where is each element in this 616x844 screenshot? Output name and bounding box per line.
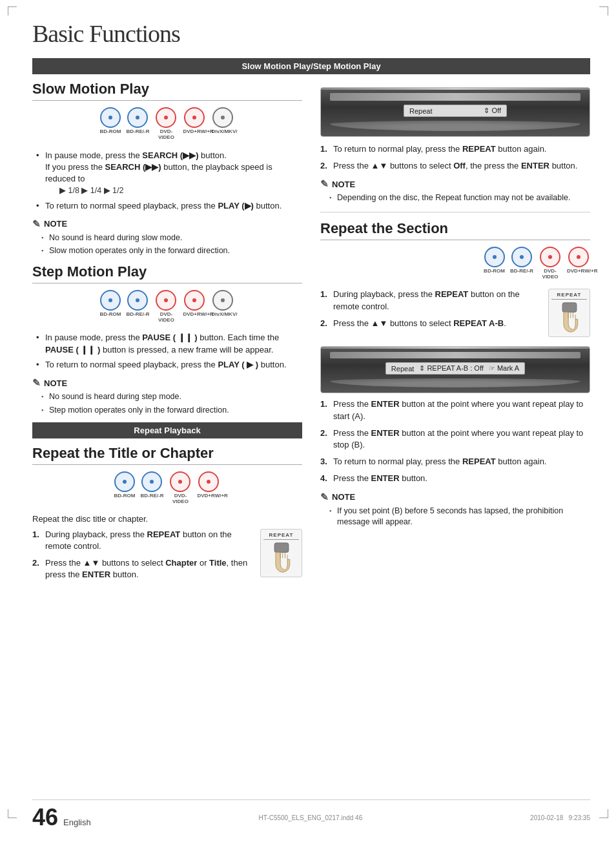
list-item: To return to normal speed playback, pres… xyxy=(36,359,302,371)
page-number-block: 46 English xyxy=(32,804,91,831)
disc-label: DVD-VIDEO xyxy=(539,269,562,280)
disc-icon-bdrom-rs: BD-ROM xyxy=(484,247,505,280)
disc-icon-dvdplusrw-step: DVD+RW/+R xyxy=(183,290,206,324)
repeat-section-steps-container: REPEAT During playba xyxy=(320,289,590,341)
disc-label: DivX/MKV/ xyxy=(211,312,234,318)
page-number: 46 xyxy=(32,804,58,831)
note-header: ✎ NOTE xyxy=(32,377,302,389)
disc-icon-dvdplusrw-rs: DVD+RW/+R xyxy=(567,247,590,280)
list-item: No sound is heard during step mode. xyxy=(41,391,302,403)
disc-icon-bdre-repeat: BD-RE/-R xyxy=(140,471,163,505)
disc-circle xyxy=(127,290,148,311)
ab-label-mark-a: ☞ Mark A xyxy=(489,364,519,373)
list-item: Press the ▲▼ buttons to select Off, the … xyxy=(320,160,590,172)
note-list: No sound is heard during slow mode. Slow… xyxy=(32,232,302,257)
step-motion-section: Step Motion Play BD-ROM BD-RE/-R DVD-VID… xyxy=(32,263,302,416)
disc-icon-divx-step: DivX/MKV/ xyxy=(211,290,234,324)
corner-mark-bl xyxy=(8,809,17,818)
note-icon: ✎ xyxy=(32,218,41,230)
corner-mark-br xyxy=(599,809,608,818)
disc-circle xyxy=(100,290,121,311)
note-label: NOTE xyxy=(44,219,67,229)
corner-mark-tl xyxy=(8,6,17,15)
disc-label: BD-RE/-R xyxy=(126,312,149,318)
page-language: English xyxy=(63,818,91,827)
repeat-title-note: ✎ NOTE Depending on the disc, the Repeat… xyxy=(320,178,590,204)
note-list: No sound is heard during step mode. Step… xyxy=(32,391,302,416)
list-item: During playback, press the REPEAT button… xyxy=(32,529,302,552)
disc-label: BD-ROM xyxy=(484,269,505,274)
disc-icon-dvdplusrw-slow: DVD+RW/+R xyxy=(183,107,206,141)
disc-label: DivX/MKV/ xyxy=(211,129,234,135)
disc-circle xyxy=(127,107,148,128)
slow-motion-bullets: In pause mode, press the SEARCH (▶▶) but… xyxy=(32,150,302,212)
list-item: To return to normal speed playback, pres… xyxy=(36,200,302,212)
disc-icon-dvdvid-rs: DVD-VIDEO xyxy=(539,247,562,280)
note-icon: ✎ xyxy=(32,377,41,389)
disc-label: DVD+RW/+R xyxy=(183,312,206,318)
screen-display-repeat-off: Repeat ⇕ Off xyxy=(404,105,507,117)
list-item: Press the ENTER button. xyxy=(320,473,590,484)
disc-circle xyxy=(100,107,121,128)
repeat-section-steps-3-6: Press the ENTER button at the point wher… xyxy=(320,398,590,484)
list-item: Press the ENTER button at the point wher… xyxy=(320,427,590,451)
list-item: Press the ENTER button at the point wher… xyxy=(320,398,590,422)
page-title: Basic Functions xyxy=(32,19,590,48)
disc-label: BD-RE/-R xyxy=(126,129,149,135)
left-column: Slow Motion Play BD-ROM BD-RE/-R DVD-VID… xyxy=(32,81,302,592)
disc-icon-bdre-slow: BD-RE/-R xyxy=(126,107,149,141)
repeat-title-chapter-title: Repeat the Title or Chapter xyxy=(32,445,302,465)
note-label: NOTE xyxy=(44,378,67,388)
list-item: Press the ▲▼ buttons to select Chapter o… xyxy=(32,557,302,581)
list-item: Press the ▲▼ buttons to select REPEAT A-… xyxy=(320,318,590,329)
note-label: NOTE xyxy=(332,492,355,502)
disc-label: BD-ROM xyxy=(100,129,121,135)
list-item: No sound is heard during slow mode. xyxy=(41,232,302,244)
disc-circle xyxy=(184,107,205,128)
repeat-section-note: ✎ NOTE If you set point (B) before 5 sec… xyxy=(320,491,590,528)
step-motion-disc-icons: BD-ROM BD-RE/-R DVD-VIDEO DVD+RW/+R xyxy=(32,290,302,324)
note-icon: ✎ xyxy=(320,178,329,190)
disc-circle xyxy=(540,247,560,267)
section-bar-1: Slow Motion Play/Step Motion Play xyxy=(32,58,590,74)
step-motion-bullets: In pause mode, press the PAUSE ( ❙❙ ) bu… xyxy=(32,332,302,371)
disc-label: BD-RE/-R xyxy=(140,493,163,499)
disc-icon-dvdvid-step: DVD-VIDEO xyxy=(154,290,178,324)
note-list: If you set point (B) before 5 seconds ha… xyxy=(320,506,590,528)
list-item: In pause mode, press the PAUSE ( ❙❙ ) bu… xyxy=(36,332,302,355)
note-list: Depending on the disc, the Repeat functi… xyxy=(320,192,590,204)
slow-motion-disc-icons: BD-ROM BD-RE/-R DVD-VIDEO DVD+RW/+R xyxy=(32,107,302,141)
step-motion-note: ✎ NOTE No sound is heard during step mod… xyxy=(32,377,302,416)
disc-icon-bdrom-repeat: BD-ROM xyxy=(114,471,136,505)
page-footer: 46 English HT-C5500_ELS_ENG_0217.indd 46… xyxy=(32,799,590,831)
disc-icon-dvdvid-slow: DVD-VIDEO xyxy=(154,107,178,141)
repeat-title-steps-container: REPEAT xyxy=(32,529,302,586)
note-label: NOTE xyxy=(332,180,355,189)
disc-circle xyxy=(156,290,176,311)
repeat-section-title: Repeat the Section xyxy=(320,220,590,240)
disc-icon-bdre-step: BD-RE/-R xyxy=(126,290,149,324)
divider xyxy=(320,212,590,212)
disc-circle xyxy=(511,247,532,267)
list-item: To return to normal play, press the REPE… xyxy=(320,456,590,468)
slow-motion-section: Slow Motion Play BD-ROM BD-RE/-R DVD-VID… xyxy=(32,81,302,257)
disc-icon-bdrom-step: BD-ROM xyxy=(100,290,121,324)
disc-circle xyxy=(212,290,233,311)
footer-date: 2010-02-18 9:23:35 xyxy=(530,814,590,821)
step-motion-title: Step Motion Play xyxy=(32,263,302,283)
slow-motion-note: ✎ NOTE No sound is heard during slow mod… xyxy=(32,218,302,257)
disc-label: BD-ROM xyxy=(100,312,121,318)
section-bar-2: Repeat Playback xyxy=(32,422,302,438)
list-item: During playback, press the REPEAT button… xyxy=(320,289,590,312)
two-col-layout: Slow Motion Play BD-ROM BD-RE/-R DVD-VID… xyxy=(32,81,590,592)
disc-label: DVD+RW/+R xyxy=(567,269,590,274)
repeat-title-disc-icons: BD-ROM BD-RE/-R DVD-VIDEO DVD+RW/+R xyxy=(32,471,302,505)
disc-label: BD-RE/-R xyxy=(510,269,533,274)
disc-icon-dvdplusrw-repeat: DVD+RW/+R xyxy=(197,471,220,505)
repeat-title-steps-cont: To return to normal play, press the REPE… xyxy=(320,143,590,172)
disc-circle xyxy=(184,290,205,311)
list-item: Step motion operates only in the forward… xyxy=(41,405,302,417)
disc-circle xyxy=(198,471,219,492)
note-header: ✎ NOTE xyxy=(32,218,302,230)
disc-label: DVD+RW/+R xyxy=(183,129,206,135)
